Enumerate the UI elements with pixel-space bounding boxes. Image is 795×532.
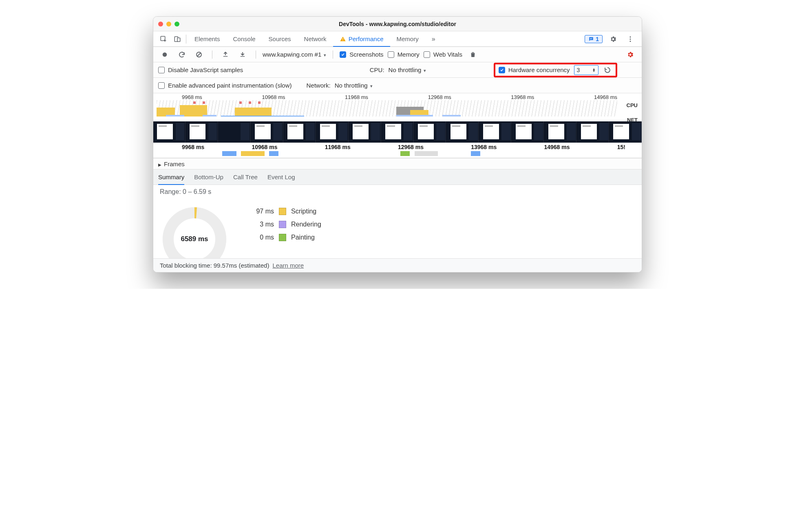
separator: [333, 51, 333, 59]
screenshot-thumb[interactable]: [349, 121, 381, 143]
checkbox-icon: [388, 51, 394, 58]
screenshot-thumb[interactable]: [284, 121, 316, 143]
checkbox-icon: [158, 82, 165, 89]
screenshot-thumb[interactable]: [219, 121, 251, 143]
record-button[interactable]: [158, 48, 171, 61]
device-toolbar-icon[interactable]: [170, 33, 184, 46]
svg-rect-3: [342, 38, 343, 40]
cpu-activity-lane: [157, 100, 617, 117]
devtools-window: DevTools - www.kapwing.com/studio/editor…: [153, 16, 642, 273]
svg-rect-12: [223, 56, 228, 57]
tab-network[interactable]: Network: [298, 31, 333, 46]
separator: [212, 51, 212, 59]
screenshots-checkbox[interactable]: Screenshots: [340, 51, 383, 58]
screenshot-filmstrip[interactable]: [153, 121, 642, 143]
window-title: DevTools - www.kapwing.com/studio/editor: [153, 21, 642, 27]
details-tabs: Summary Bottom-Up Call Tree Event Log: [153, 169, 642, 185]
clear-button[interactable]: [192, 48, 205, 61]
tab-performance[interactable]: Performance: [333, 31, 390, 46]
profile-selector[interactable]: www.kapwing.com #1: [263, 51, 326, 58]
screenshot-thumb[interactable]: [382, 121, 414, 143]
titlebar: DevTools - www.kapwing.com/studio/editor: [153, 17, 642, 31]
screenshot-thumb[interactable]: [544, 121, 576, 143]
ruler-tick: 9968 ms: [182, 94, 202, 100]
svg-rect-4: [342, 40, 343, 40]
legend-row-painting: 0 ms Painting: [245, 234, 321, 241]
settings-icon[interactable]: [607, 33, 620, 46]
inspect-element-icon[interactable]: [157, 33, 170, 46]
maximize-window-button[interactable]: [174, 22, 179, 26]
minimize-window-button[interactable]: [166, 22, 171, 26]
memory-checkbox[interactable]: Memory: [388, 51, 420, 58]
performance-toolbar: www.kapwing.com #1 Screenshots Memory We…: [153, 47, 642, 62]
hardware-concurrency-checkbox[interactable]: Hardware concurrency: [499, 66, 570, 73]
swatch-painting: [279, 234, 286, 241]
chat-icon: [588, 36, 594, 42]
close-window-button[interactable]: [158, 22, 163, 26]
hardware-concurrency-highlight: Hardware concurrency 3 ▲▼: [494, 63, 617, 77]
ruler-tick: 13968 ms: [471, 144, 497, 150]
ruler-tick: 11968 ms: [325, 144, 351, 150]
time-breakdown-legend: 97 ms Scripting 3 ms Rendering 0 ms Pain…: [245, 204, 321, 258]
kebab-menu-icon[interactable]: [624, 33, 637, 46]
capture-settings-icon[interactable]: [624, 48, 637, 61]
svg-rect-2: [177, 38, 180, 42]
number-stepper-icon[interactable]: ▲▼: [592, 68, 596, 72]
tab-elements[interactable]: Elements: [188, 31, 227, 46]
learn-more-link[interactable]: Learn more: [272, 262, 304, 269]
timeline-overview[interactable]: CPU NET 9968 ms 10968 ms 11968 ms 12968 …: [153, 93, 642, 158]
ruler-tick: 11968 ms: [345, 94, 368, 100]
tbt-label: Total blocking time: 99.57ms (estimated): [160, 262, 269, 269]
svg-rect-6: [590, 39, 592, 39]
tab-sources[interactable]: Sources: [262, 31, 298, 46]
screenshot-thumb[interactable]: [512, 121, 544, 143]
reset-concurrency-button[interactable]: [603, 65, 612, 75]
svg-point-10: [163, 52, 167, 57]
screenshot-thumb[interactable]: [186, 121, 218, 143]
chevron-down-icon: [424, 66, 426, 73]
checkbox-checked-icon: [499, 67, 505, 73]
screenshot-thumb[interactable]: [446, 121, 479, 143]
screenshot-thumb[interactable]: [577, 121, 609, 143]
enable-paint-instrumentation-checkbox[interactable]: Enable advanced paint instrumentation (s…: [158, 82, 292, 89]
screenshot-thumb[interactable]: [479, 121, 511, 143]
tab-bottom-up[interactable]: Bottom-Up: [194, 169, 223, 185]
ruler-tick: 13968 ms: [511, 94, 534, 100]
web-vitals-checkbox[interactable]: Web Vitals: [424, 51, 462, 58]
window-controls: [158, 22, 179, 26]
save-profile-button[interactable]: [236, 48, 249, 61]
tab-call-tree[interactable]: Call Tree: [233, 169, 258, 185]
ruler-tick: 12968 ms: [428, 94, 451, 100]
tab-summary[interactable]: Summary: [158, 169, 184, 185]
load-profile-button[interactable]: [219, 48, 232, 61]
separator: [256, 51, 256, 59]
cpu-lane-label: CPU: [627, 102, 638, 108]
ruler-tick: 14968 ms: [594, 94, 617, 100]
screenshot-thumb[interactable]: [610, 121, 642, 143]
screenshot-thumb[interactable]: [414, 121, 446, 143]
ruler-tick: 12968 ms: [398, 144, 424, 150]
screenshot-thumb[interactable]: [316, 121, 349, 143]
screenshot-thumb[interactable]: [153, 121, 186, 143]
delete-profile-button[interactable]: [466, 48, 479, 61]
reload-record-button[interactable]: [175, 48, 188, 61]
tab-console[interactable]: Console: [227, 31, 262, 46]
svg-rect-5: [590, 38, 592, 38]
disable-js-samples-checkbox[interactable]: Disable JavaScript samples: [158, 66, 243, 73]
ruler-tick: 10968 ms: [252, 144, 277, 150]
svg-point-9: [630, 40, 631, 42]
hardware-concurrency-input[interactable]: 3 ▲▼: [574, 65, 598, 75]
cpu-throttling-select[interactable]: No throttling: [389, 66, 426, 73]
tab-memory[interactable]: Memory: [390, 31, 425, 46]
tabs-overflow[interactable]: [425, 31, 442, 46]
summary-footer: Total blocking time: 99.57ms (estimated)…: [153, 258, 642, 272]
tab-event-log[interactable]: Event Log: [267, 169, 295, 185]
screenshot-thumb[interactable]: [251, 121, 283, 143]
issues-badge[interactable]: 1: [585, 35, 603, 43]
network-throttling-select[interactable]: No throttling: [335, 82, 373, 89]
net-activity-lane: [157, 117, 617, 121]
frames-track-header[interactable]: Frames: [153, 158, 642, 169]
chevron-down-icon: [324, 51, 326, 58]
network-track-preview[interactable]: [157, 151, 625, 158]
expand-icon: [158, 160, 161, 167]
